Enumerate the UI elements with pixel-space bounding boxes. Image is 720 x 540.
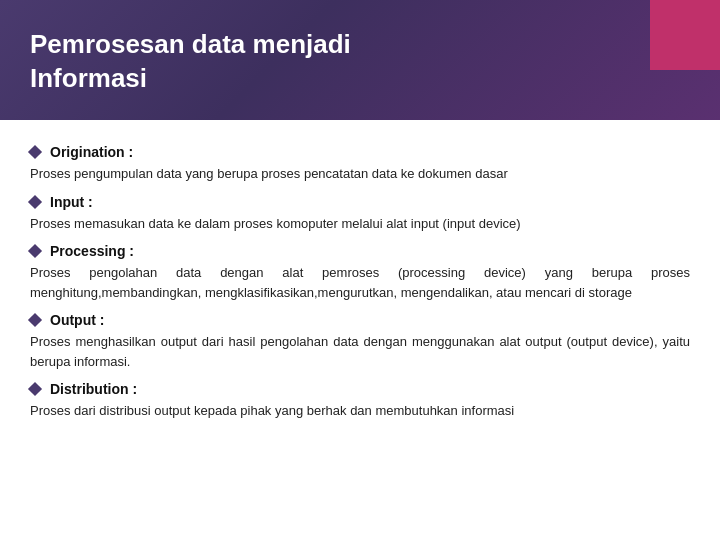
label-origination: Origination : [50, 144, 133, 160]
bullet-input: Input : [30, 194, 690, 210]
label-output: Output : [50, 312, 104, 328]
diamond-bullet-distribution [28, 382, 42, 396]
header-decoration [650, 0, 720, 70]
header-section: Pemrosesan data menjadi Informasi [0, 0, 720, 120]
text-output: Proses menghasilkan output dari hasil pe… [30, 332, 690, 371]
bullet-origination: Origination : [30, 144, 690, 160]
label-input: Input : [50, 194, 93, 210]
content-section: Origination : Proses pengumpulan data ya… [0, 120, 720, 437]
text-processing: Proses pengolahan data dengan alat pemro… [30, 263, 690, 302]
diamond-bullet-output [28, 313, 42, 327]
bullet-processing: Processing : [30, 243, 690, 259]
label-processing: Processing : [50, 243, 134, 259]
diamond-bullet-input [28, 194, 42, 208]
diamond-bullet-processing [28, 244, 42, 258]
bullet-output: Output : [30, 312, 690, 328]
page-container: Pemrosesan data menjadi Informasi Origin… [0, 0, 720, 540]
text-distribution: Proses dari distribusi output kepada pih… [30, 401, 690, 421]
page-title: Pemrosesan data menjadi Informasi [30, 28, 690, 96]
diamond-bullet-origination [28, 145, 42, 159]
bullet-distribution: Distribution : [30, 381, 690, 397]
text-input: Proses memasukan data ke dalam proses ko… [30, 214, 690, 234]
text-origination: Proses pengumpulan data yang berupa pros… [30, 164, 690, 184]
label-distribution: Distribution : [50, 381, 137, 397]
